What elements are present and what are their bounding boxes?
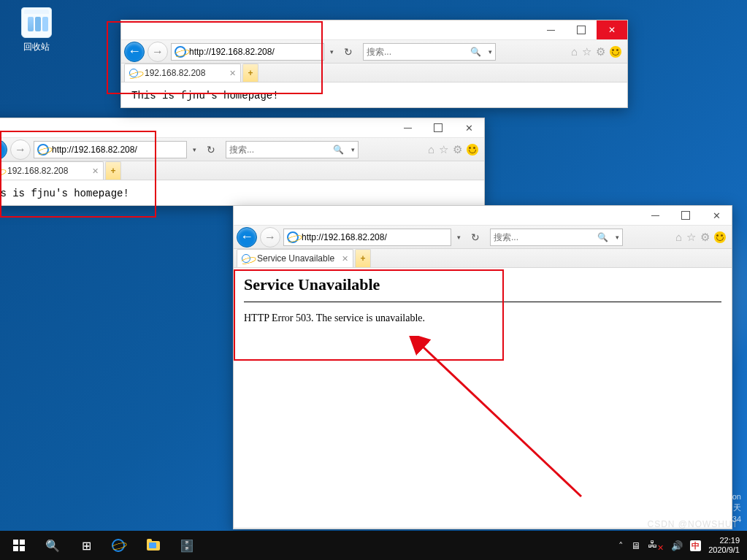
search-dropdown-icon[interactable]: ▾ [348,146,358,153]
svg-rect-4 [20,546,25,551]
tools-icon[interactable]: ⚙ [700,231,710,244]
home-icon[interactable]: ⌂ [675,231,682,243]
tray-network-icon[interactable]: 🖧✕ [648,539,664,553]
recycle-bin[interactable]: 回收站 [15,7,58,53]
new-tab-button[interactable]: + [355,249,371,267]
svg-rect-2 [20,540,25,545]
error-heading: Service Unavailable [244,275,721,294]
ie-window-1[interactable]: ▾ ↻ 🔍 ▾ ⌂ ☆ ⚙ 192.168.82.208 ✕ + This is… [120,20,628,108]
error-message: HTTP Error 503. The service is unavailab… [244,312,721,324]
tools-icon[interactable]: ⚙ [596,45,605,58]
ie-window-3[interactable]: ✕ ▾ ↻ 🔍 ▾ ⌂ ☆ ⚙ Service Unavailable ✕ + [233,205,732,529]
address-bar[interactable] [283,229,451,246]
minimize-button[interactable] [640,206,670,225]
taskview-icon[interactable]: ⊞ [70,531,102,560]
forward-button[interactable] [10,139,31,160]
refresh-button[interactable]: ↻ [340,46,357,58]
clock-time: 22:19 [708,536,740,545]
tools-icon[interactable]: ⚙ [453,143,462,156]
close-button[interactable]: ✕ [453,118,484,137]
toolbar: ▾ ↻ 🔍 ▾ ⌂ ☆ ⚙ [0,138,484,161]
refresh-button[interactable]: ↻ [467,231,484,243]
tab-close-icon[interactable]: ✕ [92,166,99,176]
search-icon[interactable]: 🔍 [466,47,486,57]
tab-icon [0,166,1,175]
tab-title: 192.168.82.208 [145,68,205,78]
maximize-button[interactable] [423,118,453,137]
url-input[interactable] [189,47,321,57]
ie-icon [37,144,49,156]
ie-icon [287,231,299,243]
maximize-button[interactable] [566,20,597,39]
forward-button[interactable] [260,227,280,248]
titlebar[interactable]: ✕ [234,206,732,226]
search-icon[interactable]: 🔍 [329,145,348,155]
minimize-button[interactable] [392,118,423,137]
feedback-icon[interactable] [467,144,478,156]
favorites-icon[interactable]: ☆ [686,231,696,244]
minimize-button[interactable] [535,20,566,39]
ie-taskbar-icon[interactable] [104,531,136,560]
feedback-icon[interactable] [714,231,726,243]
tab-icon [242,254,250,263]
search-bar[interactable]: 🔍 ▾ [226,141,359,158]
search-bar[interactable]: 🔍 ▾ [490,229,623,246]
tab-active[interactable]: 192.168.82.208 ✕ [124,64,241,82]
feedback-icon[interactable] [610,46,621,58]
tray-display-icon[interactable]: 🖥 [631,540,640,551]
close-button[interactable] [597,20,627,39]
server-manager-icon[interactable]: 🗄️ [171,531,203,560]
clock[interactable]: 22:19 2020/9/1 [708,536,740,555]
tab-active[interactable]: Service Unavailable ✕ [237,249,353,267]
address-dropdown-icon[interactable]: ▾ [327,48,337,55]
new-tab-button[interactable]: + [105,161,121,180]
address-dropdown-icon[interactable]: ▾ [454,234,464,241]
favorites-icon[interactable]: ☆ [582,45,591,58]
back-button[interactable] [0,139,7,160]
search-taskbar-icon[interactable]: 🔍 [37,531,69,560]
search-dropdown-icon[interactable]: ▾ [486,48,495,55]
recycle-bin-icon [21,7,52,38]
home-icon[interactable]: ⌂ [428,143,434,156]
titlebar[interactable] [121,20,627,40]
tab-close-icon[interactable]: ✕ [342,254,348,264]
search-dropdown-icon[interactable]: ▾ [613,234,622,241]
search-input[interactable] [364,47,466,57]
favorites-icon[interactable]: ☆ [439,143,448,156]
search-input[interactable] [226,145,329,155]
clock-date: 2020/9/1 [708,545,740,555]
url-input[interactable] [52,145,183,155]
new-tab-button[interactable]: + [242,64,258,82]
tray-volume-icon[interactable]: 🔊 [671,540,683,551]
tab-bar: 192.168.82.208 ✕ + [121,64,627,83]
address-dropdown-icon[interactable]: ▾ [190,146,199,153]
svg-rect-1 [13,540,18,545]
tab-icon [129,69,138,77]
taskbar[interactable]: 🔍 ⊞ 🗄️ ˄ 🖥 🖧✕ 🔊 中 22:19 2020/9/1 [0,531,747,560]
maximize-button[interactable] [670,206,701,225]
home-icon[interactable]: ⌂ [571,45,578,58]
address-bar[interactable] [171,43,324,61]
ie-window-2[interactable]: ✕ ▾ ↻ 🔍 ▾ ⌂ ☆ ⚙ 192.168.82.208 ✕ + is [0,118,485,206]
search-icon[interactable]: 🔍 [593,232,613,242]
close-button[interactable]: ✕ [701,206,732,225]
tray-chevron-icon[interactable]: ˄ [618,540,624,551]
explorer-taskbar-icon[interactable] [137,531,169,560]
tab-active[interactable]: 192.168.82.208 ✕ [0,161,104,180]
tab-close-icon[interactable]: ✕ [229,69,236,78]
search-bar[interactable]: 🔍 ▾ [363,43,496,61]
ie-icon [175,46,186,58]
titlebar[interactable]: ✕ [0,118,484,138]
back-button[interactable] [237,227,257,248]
forward-button[interactable] [148,42,168,62]
address-bar[interactable] [34,141,187,158]
toolbar: ▾ ↻ 🔍 ▾ ⌂ ☆ ⚙ [121,40,627,64]
ime-indicator[interactable]: 中 [690,540,701,551]
csdn-watermark: CSDN @NOWSHUT [647,519,738,529]
search-input[interactable] [491,232,593,242]
url-input[interactable] [302,232,448,242]
start-button[interactable] [3,531,35,560]
back-button[interactable] [124,42,145,62]
refresh-button[interactable]: ↻ [202,144,220,156]
recycle-bin-label: 回收站 [15,41,58,53]
